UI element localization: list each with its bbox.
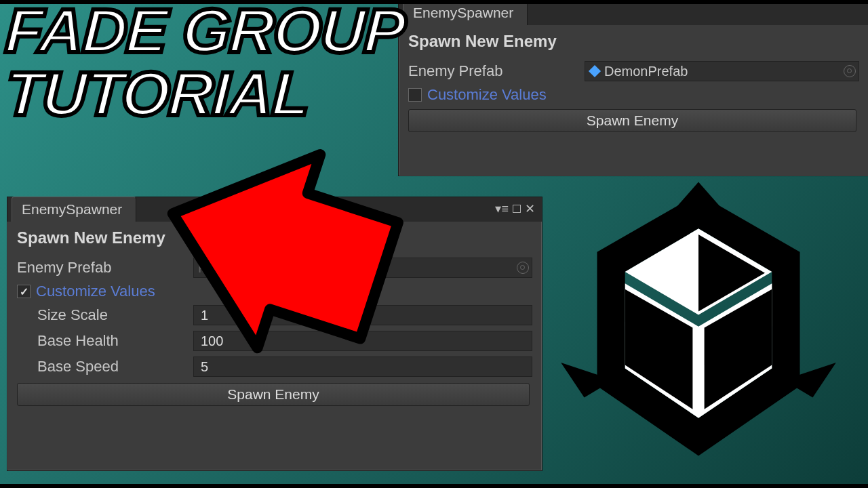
object-picker-icon[interactable] <box>517 262 529 274</box>
context-menu-icon[interactable]: ▾≡ <box>495 201 509 216</box>
prefab-value: Prefab <box>198 260 238 276</box>
object-field-prefab[interactable]: DemonPrefab <box>585 61 859 81</box>
label-customize-values: Customize Values <box>427 86 547 104</box>
field-base-speed: Base Speed <box>17 356 532 378</box>
field-enemy-prefab: Enemy Prefab DemonPrefab <box>408 60 859 82</box>
spawn-enemy-button[interactable]: Spawn Enemy <box>408 109 856 132</box>
row-customize-values: Customize Values <box>408 86 859 104</box>
tab-bar: EnemySpawner ▾≡ ✕ <box>7 197 542 222</box>
row-customize-values: Customize Values <box>17 283 532 300</box>
field-enemy-prefab: Enemy Prefab Prefab <box>17 257 532 279</box>
prefab-value: DemonPrefab <box>604 64 688 79</box>
unity-logo-icon <box>549 176 848 474</box>
thumbnail-title-line2: TUTORIAL <box>4 64 311 123</box>
section-heading: Spawn New Enemy <box>408 32 859 51</box>
input-base-speed[interactable] <box>193 357 532 377</box>
thumbnail-title-line1: FADE GROUP <box>4 1 406 60</box>
section-heading: Spawn New Enemy <box>17 228 532 247</box>
close-icon[interactable]: ✕ <box>525 201 535 216</box>
label-size-scale: Size Scale <box>17 306 193 324</box>
label-base-speed: Base Speed <box>17 358 193 375</box>
editor-window-expanded: EnemySpawner ▾≡ ✕ Spawn New Enemy Enemy … <box>7 197 542 471</box>
label-enemy-prefab: Enemy Prefab <box>408 62 585 80</box>
field-size-scale: Size Scale <box>17 304 532 326</box>
svg-marker-7 <box>673 182 724 211</box>
input-size-scale[interactable] <box>193 305 532 325</box>
maximize-icon[interactable] <box>513 205 521 213</box>
window-controls: ▾≡ ✕ <box>495 201 535 216</box>
tab-bar: EnemySpawner <box>399 1 868 25</box>
input-base-health[interactable] <box>193 331 532 351</box>
label-enemy-prefab: Enemy Prefab <box>17 259 193 277</box>
object-field-prefab[interactable]: Prefab <box>193 258 532 278</box>
spawn-enemy-button[interactable]: Spawn Enemy <box>17 383 530 406</box>
editor-window-collapsed: EnemySpawner Spawn New Enemy Enemy Prefa… <box>398 0 868 176</box>
object-picker-icon[interactable] <box>844 65 856 77</box>
checkbox-customize[interactable] <box>408 88 422 102</box>
label-base-health: Base Health <box>17 332 193 350</box>
field-base-health: Base Health <box>17 330 532 352</box>
label-customize-values: Customize Values <box>36 283 155 300</box>
tab-enemy-spawner[interactable]: EnemySpawner <box>12 197 136 222</box>
prefab-cube-icon <box>589 65 601 77</box>
checkbox-customize[interactable] <box>17 285 31 298</box>
